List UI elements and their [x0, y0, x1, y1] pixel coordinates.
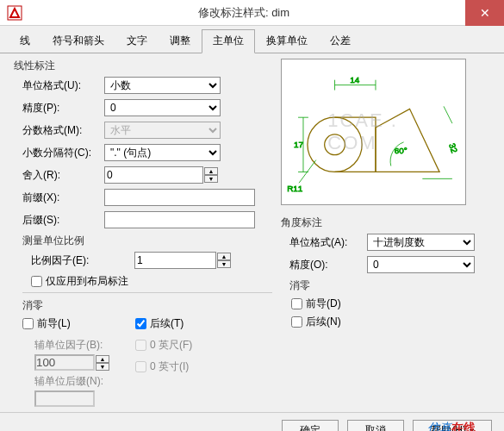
fraction-format-select: 水平: [104, 122, 221, 139]
inches-checkbox: [135, 361, 146, 372]
leading-check[interactable]: 前导(L): [22, 316, 109, 331]
layout-only-label: 仅应用到布局标注: [46, 274, 128, 289]
precision-select[interactable]: 0: [104, 99, 221, 116]
aux-suffix-label: 辅单位后缀(N):: [34, 374, 109, 389]
fraction-format-label: 分数格式(M):: [22, 123, 104, 138]
tab-line[interactable]: 线: [9, 29, 41, 53]
feet-label: 0 英尺(F): [150, 338, 192, 353]
aux-spin-down: ▼: [96, 363, 109, 371]
angle-leading-label: 前导(D): [306, 297, 341, 311]
svg-text:14: 14: [350, 75, 359, 84]
angle-format-label: 单位格式(A):: [289, 235, 367, 250]
precision-label: 精度(P):: [22, 101, 104, 116]
feet-check: 0 英尺(F): [135, 338, 192, 353]
cancel-button[interactable]: 取消: [347, 420, 404, 431]
angle-suppress-label: 消零: [289, 278, 494, 293]
linear-group-label: 线性标注: [14, 59, 272, 73]
scale-spin-up[interactable]: ▲: [217, 253, 231, 260]
suffix-input[interactable]: [104, 211, 255, 228]
leading-label: 前导(L): [37, 316, 71, 331]
scale-group-label: 测量单位比例: [22, 234, 272, 248]
unit-format-label: 单位格式(U):: [22, 78, 104, 93]
feet-checkbox: [135, 340, 146, 351]
angle-leading-check[interactable]: 前导(D): [291, 297, 494, 311]
svg-text:R11: R11: [287, 184, 303, 193]
scale-spin-down[interactable]: ▼: [217, 260, 231, 268]
watermark-center: 1CAE . COM: [327, 109, 420, 154]
svg-text:17: 17: [294, 140, 303, 149]
titlebar: 修改标注样式: dim ✕: [0, 0, 504, 26]
trailing-checkbox[interactable]: [135, 318, 146, 329]
decimal-sep-select[interactable]: "." (句点): [104, 144, 221, 161]
dialog-title: 修改标注样式: dim: [22, 5, 465, 21]
decimal-sep-label: 小数分隔符(C):: [22, 146, 104, 160]
tab-primary-units[interactable]: 主单位: [202, 29, 255, 53]
trailing-label: 后续(T): [150, 316, 184, 331]
angle-format-select[interactable]: 十进制度数: [367, 234, 475, 251]
aux-spin-up: ▲: [96, 355, 109, 363]
angle-group-label: 角度标注: [281, 216, 494, 230]
prefix-input[interactable]: [104, 189, 255, 206]
angle-leading-checkbox[interactable]: [291, 298, 302, 309]
tab-adjust[interactable]: 调整: [159, 29, 202, 53]
suppress-group-label: 消零: [22, 298, 272, 313]
round-label: 舍入(R):: [22, 168, 104, 183]
angle-precision-label: 精度(O):: [289, 258, 367, 272]
aux-suffix-input: [34, 390, 95, 407]
layout-only-check[interactable]: 仅应用到布局标注: [31, 274, 272, 289]
suffix-label: 后缀(S):: [22, 213, 104, 228]
aux-factor-label: 辅单位因子(B):: [34, 338, 109, 353]
scale-factor-input[interactable]: [134, 252, 216, 269]
svg-line-14: [444, 106, 452, 123]
round-input[interactable]: [104, 166, 203, 184]
prefix-label: 前缀(X):: [22, 191, 104, 205]
angle-trailing-label: 后续(N): [306, 315, 341, 329]
tab-tolerance[interactable]: 公差: [319, 29, 362, 53]
tab-alt-units[interactable]: 换算单位: [255, 29, 319, 53]
round-spin-up[interactable]: ▲: [204, 167, 218, 175]
angle-trailing-check[interactable]: 后续(N): [291, 315, 494, 329]
tab-symbols[interactable]: 符号和箭头: [41, 29, 115, 53]
angle-trailing-checkbox[interactable]: [291, 316, 302, 328]
ok-button[interactable]: 确定: [282, 420, 339, 431]
svg-line-11: [299, 160, 316, 184]
svg-text:32: 32: [447, 142, 459, 154]
close-button[interactable]: ✕: [465, 0, 504, 26]
layout-only-checkbox[interactable]: [31, 276, 42, 287]
inches-label: 0 英寸(I): [150, 359, 189, 374]
angle-precision-select[interactable]: 0: [367, 256, 475, 273]
watermark: 仿真在线 www.1CAE.com: [427, 421, 495, 431]
tab-text[interactable]: 文字: [115, 29, 159, 53]
inches-check: 0 英寸(I): [135, 359, 192, 374]
app-icon: [7, 5, 22, 21]
aux-factor-input: [34, 354, 95, 371]
preview-image: 14 17 R11 60° 32 1CAE . COM: [281, 59, 466, 205]
round-spin-down[interactable]: ▼: [204, 175, 218, 183]
scale-factor-label: 比例因子(E):: [31, 253, 134, 268]
unit-format-select[interactable]: 小数: [104, 77, 221, 94]
tab-strip: 线 符号和箭头 文字 调整 主单位 换算单位 公差: [0, 26, 504, 53]
leading-checkbox[interactable]: [22, 318, 34, 329]
trailing-check[interactable]: 后续(T): [135, 316, 192, 331]
